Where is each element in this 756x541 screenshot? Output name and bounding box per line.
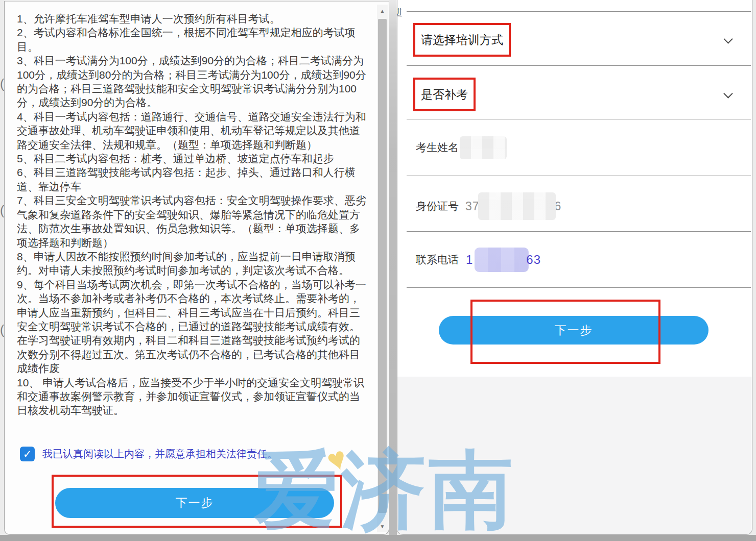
panel-footer-area	[397, 377, 752, 535]
redacted-name-value	[460, 136, 507, 159]
rule-item: 8、申请人因故不能按照预约时间参加考试的，应当提前一日申请取消预约。对申请人未按…	[17, 250, 370, 278]
training-method-placeholder: 请选择培训方式	[421, 32, 503, 48]
scrollbar[interactable]: ▲ ▼	[377, 5, 388, 532]
rule-item: 10、 申请人考试合格后，应当接受不少于半小时的交通安全文明驾驶常识和交通事故案…	[17, 376, 370, 417]
redacted-id-value	[478, 192, 556, 220]
id-number-prefix: 37	[465, 200, 480, 213]
phone-suffix: 63	[526, 253, 541, 267]
divider	[407, 65, 751, 66]
phone-prefix: 1	[466, 253, 473, 267]
id-number-row: 身份证号 37 6	[416, 192, 561, 220]
rule-item: 5、科目二考试内容包括：桩考、通过单边桥、坡道定点停车和起步	[17, 152, 370, 165]
rule-item: 2、考试内容和合格标准全国统一，根据不同准驾车型规定相应的考试项目。	[17, 26, 370, 54]
rule-item: 在学习驾驶证明有效期内，科目二和科目三道路驾驶技能考试预约考试的次数分别不得超过…	[17, 333, 370, 375]
agreement-row: ✓ 我已认真阅读以上内容，并愿意承担相关法律责任。	[20, 447, 277, 461]
candidate-name-row: 考生姓名	[416, 135, 507, 160]
highlight-box-next-right	[470, 300, 660, 364]
id-number-suffix: 6	[555, 200, 562, 213]
panel-gap	[389, 0, 397, 535]
training-method-select[interactable]: 请选择培训方式	[413, 23, 511, 57]
booking-form-panel: 进 请选择培训方式 是否补考 考生姓名 身份证号 37 6	[397, 0, 752, 535]
agreement-checkbox[interactable]: ✓	[20, 447, 35, 461]
divider	[407, 176, 751, 176]
highlight-box-next-left	[52, 475, 342, 528]
scrollbar-thumb[interactable]	[378, 19, 387, 513]
redacted-phone-value	[475, 248, 529, 272]
clipped-text-fragment: (	[0, 323, 4, 337]
scroll-down-icon[interactable]: ▼	[377, 521, 388, 531]
chevron-down-icon[interactable]	[724, 89, 732, 97]
screenshot-stage: ( ( ( 1、允许摩托车准驾车型申请人一次预约所有科目考试。 2、考试内容和合…	[0, 0, 756, 541]
clipped-text-fragment: 进	[397, 7, 403, 18]
rule-item: 7、科目三安全文明驾驶常识考试内容包括：安全文明驾驶操作要求、恶劣气象和复杂道路…	[17, 193, 370, 250]
agreement-label: 我已认真阅读以上内容，并愿意承担相关法律责任。	[42, 447, 277, 461]
retake-select[interactable]: 是否补考	[413, 78, 476, 111]
clipped-text-fragment: (	[0, 77, 4, 91]
contact-phone-label: 联系电话	[416, 253, 459, 267]
divider	[407, 287, 751, 288]
divider	[407, 119, 751, 119]
check-icon: ✓	[23, 448, 32, 460]
rule-item: 4、科目一考试内容包括：道路通行、交通信号、道路交通安全违法行为和交通事故处理、…	[17, 110, 370, 152]
clipped-text-fragment: (	[0, 203, 4, 218]
rule-item: 3、科目一考试满分为100分，成绩达到90分的为合格；科目二考试满分为100分，…	[17, 54, 370, 110]
divider	[407, 231, 751, 232]
contact-phone-row: 联系电话 1 63	[416, 247, 541, 273]
id-number-label: 身份证号	[416, 199, 459, 213]
rule-item: 6、科目三道路驾驶技能考试内容包括：起步、掉头、通过路口和人行横道、靠边停车	[17, 165, 370, 193]
rule-item: 9、每个科目当场考试两次机会，即第一次考试不合格的，当场可以补考一次。当场不参加…	[17, 278, 370, 334]
scroll-up-icon[interactable]: ▲	[377, 6, 388, 16]
exam-notice-panel: 1、允许摩托车准驾车型申请人一次预约所有科目考试。 2、考试内容和合格标准全国统…	[4, 1, 389, 535]
divider	[407, 11, 751, 12]
chevron-down-icon[interactable]	[724, 35, 732, 42]
candidate-name-label: 考生姓名	[416, 140, 459, 155]
rule-item: 1、允许摩托车准驾车型申请人一次预约所有科目考试。	[17, 12, 370, 26]
bottom-strip	[0, 535, 756, 541]
retake-placeholder: 是否补考	[421, 87, 468, 103]
exam-rules-text: 1、允许摩托车准驾车型申请人一次预约所有科目考试。 2、考试内容和合格标准全国统…	[17, 12, 370, 417]
